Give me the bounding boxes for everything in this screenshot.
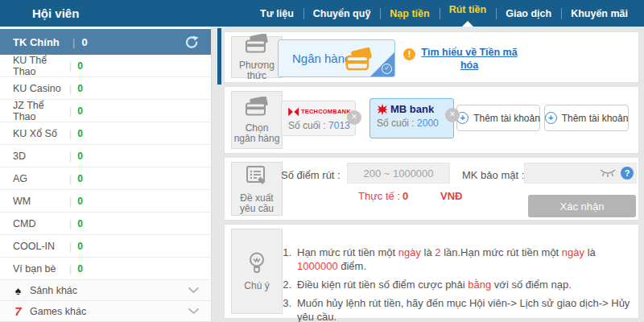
- request-label-box: Đề xuất yêu cầu: [231, 162, 283, 216]
- method-label-box: Phương thức: [231, 36, 283, 78]
- account-name: KU Xổ Số: [13, 128, 69, 139]
- account-name: WM: [13, 196, 69, 207]
- nav-tab-giao-dich[interactable]: Giao dịch: [496, 0, 561, 27]
- chevron-down-icon: [188, 287, 200, 294]
- bank-select-panel: Chọn ngân hàng TECHCOMBANKSố cuối : 7013…: [224, 86, 639, 154]
- refresh-icon[interactable]: [184, 35, 200, 49]
- add-account-button[interactable]: +Thêm tài khoản: [456, 105, 540, 131]
- note-item-1: 1.Hạn mức rút tiền một ngày là 2 lần.Hạn…: [279, 246, 635, 273]
- sidebar-account-cool-in[interactable]: COOL-IN|0: [0, 235, 211, 258]
- bank-method-button[interactable]: Ngân hàng ✓: [278, 39, 395, 77]
- add-account-label: Thêm tài khoản: [562, 113, 629, 124]
- add-account-button[interactable]: +Thêm tài khoản: [544, 105, 629, 131]
- sidebar-account-wm[interactable]: WM|0: [0, 190, 211, 213]
- account-balance: 0: [77, 60, 83, 72]
- bank-name: MB bank: [390, 103, 434, 115]
- mbbank-logo-icon: [377, 104, 388, 115]
- bank-select-label-box: Chọn ngân hàng: [231, 91, 283, 149]
- chevron-down-icon: [188, 308, 200, 315]
- account-name: JZ Thể Thao: [13, 100, 69, 122]
- crypto-info-link[interactable]: Tìm hiểu về Tiền mã hóa: [420, 46, 518, 72]
- eye-closed-icon[interactable]: [599, 169, 617, 178]
- method-panel: Phương thức Ngân hàng ✓ ! Tìm hiểu về Ti…: [224, 31, 639, 83]
- bank-select-label: Chọn ngân hàng: [233, 123, 280, 144]
- bulb-icon: [246, 251, 267, 277]
- bank-card-mb-bank[interactable]: MB bankSố cuối : 2000×: [369, 98, 454, 138]
- last-digits-label: Số cuối :: [288, 120, 326, 131]
- amount-input[interactable]: [347, 163, 450, 184]
- separator: |: [69, 173, 72, 184]
- credit-card-icon: [243, 34, 270, 56]
- security-password-label: MK bảo mật :: [462, 169, 524, 181]
- note-number: 2.: [279, 278, 291, 291]
- bank-name: TECHCOMBANK: [301, 108, 351, 115]
- notes-list: 1.Hạn mức rút tiền một ngày là 2 lần.Hạn…: [279, 246, 635, 322]
- sidebar-account-vi-ban-be[interactable]: Ví bạn bè|0: [0, 258, 211, 280]
- note-text: Điều kiện rút tiền số điểm cược phải bằn…: [297, 278, 635, 291]
- separator: |: [69, 241, 72, 252]
- last-digits: 2000: [417, 118, 439, 129]
- sidebar-account-3d[interactable]: 3D|0: [0, 145, 211, 167]
- nav-tab-rut-tien[interactable]: Rút tiền: [440, 0, 497, 27]
- sidebar-account-ag[interactable]: AG|0: [0, 167, 211, 190]
- form-icon: [245, 164, 269, 189]
- separator: |: [69, 196, 72, 207]
- account-balance: 0: [77, 196, 83, 207]
- account-sidebar: TK Chính | 0 KU Thể Thao|0KU Casino|0JZ …: [0, 27, 212, 322]
- actual-amount: Thực tế :0: [358, 190, 408, 202]
- account-balance: 0: [77, 151, 83, 162]
- separator: |: [69, 151, 72, 162]
- account-balance: 0: [77, 105, 83, 117]
- nav-tab-khuyen-mai[interactable]: Khuyến mãi: [561, 0, 638, 27]
- separator: |: [69, 218, 72, 229]
- withdraw-request-panel: Đề xuất yêu cầu Số điểm rút : Thực tế :0…: [224, 157, 639, 221]
- seven-icon: 7: [12, 304, 24, 318]
- remove-bank-icon[interactable]: ×: [347, 110, 361, 125]
- top-bar: Hội viên Tư liệuChuyển quỹNạp tiềnRút ti…: [0, 0, 644, 27]
- remove-bank-icon[interactable]: ×: [445, 108, 460, 122]
- account-balance: 0: [77, 128, 83, 139]
- bank-card-techcombank[interactable]: TECHCOMBANKSố cuối : 7013×: [281, 101, 356, 136]
- account-name: 3D: [13, 151, 69, 162]
- notes-panel: Chú ý 1.Hạn mức rút tiền một ngày là 2 l…: [224, 224, 639, 319]
- credit-card-icon: [243, 97, 270, 119]
- account-name: CMD: [13, 218, 69, 229]
- account-balance: 0: [77, 83, 83, 94]
- spade-icon: ♠: [12, 284, 24, 297]
- confirm-button[interactable]: Xác nhận: [528, 195, 636, 217]
- sidebar-group-sanh-khac[interactable]: ♠Sảnh khác: [0, 280, 211, 301]
- separator: |: [69, 263, 72, 275]
- account-balance: 0: [77, 263, 83, 275]
- separator: |: [69, 60, 72, 72]
- account-name: KU Casino: [13, 83, 69, 94]
- sidebar-account-ku-the-thao[interactable]: KU Thể Thao|0: [0, 55, 211, 77]
- currency-label: VNĐ: [440, 190, 462, 202]
- content-accent-strip: [217, 28, 221, 85]
- separator: |: [69, 105, 72, 117]
- sidebar-account-cmd[interactable]: CMD|0: [0, 213, 211, 235]
- page-title: Hội viên: [32, 6, 79, 20]
- note-item-3: 3.Muốn hủy lệnh rút tiền, hãy đến mục Hộ…: [279, 296, 635, 322]
- separator: |: [72, 36, 75, 48]
- question-icon[interactable]: ?: [621, 167, 634, 180]
- sidebar-account-ku-xo-so[interactable]: KU Xổ Số|0: [0, 122, 211, 145]
- security-password-field: ?: [524, 163, 637, 184]
- nav-tab-tu-lieu[interactable]: Tư liệu: [250, 0, 303, 27]
- account-balance: 0: [77, 173, 83, 184]
- nav-tab-nap-tien[interactable]: Nạp tiền: [380, 0, 439, 27]
- nav-tab-chuyen-quy[interactable]: Chuyển quỹ: [303, 0, 381, 27]
- separator: |: [69, 83, 72, 94]
- note-number: 1.: [279, 246, 291, 273]
- sidebar-group-games-khac[interactable]: 7Games khác: [0, 301, 211, 322]
- separator: |: [69, 128, 72, 139]
- account-balance: 0: [77, 218, 83, 229]
- account-list: KU Thể Thao|0KU Casino|0JZ Thể Thao|0KU …: [0, 55, 211, 322]
- sidebar-account-jz-the-thao[interactable]: JZ Thể Thao|0: [0, 100, 211, 122]
- main-account-label: TK Chính: [13, 36, 72, 48]
- main-account-header: TK Chính | 0: [0, 29, 211, 55]
- main-account-balance: 0: [81, 36, 87, 48]
- security-password-input[interactable]: [530, 167, 599, 180]
- sidebar-account-ku-casino[interactable]: KU Casino|0: [0, 77, 211, 100]
- account-name: AG: [13, 173, 69, 184]
- check-icon: ✓: [382, 64, 392, 74]
